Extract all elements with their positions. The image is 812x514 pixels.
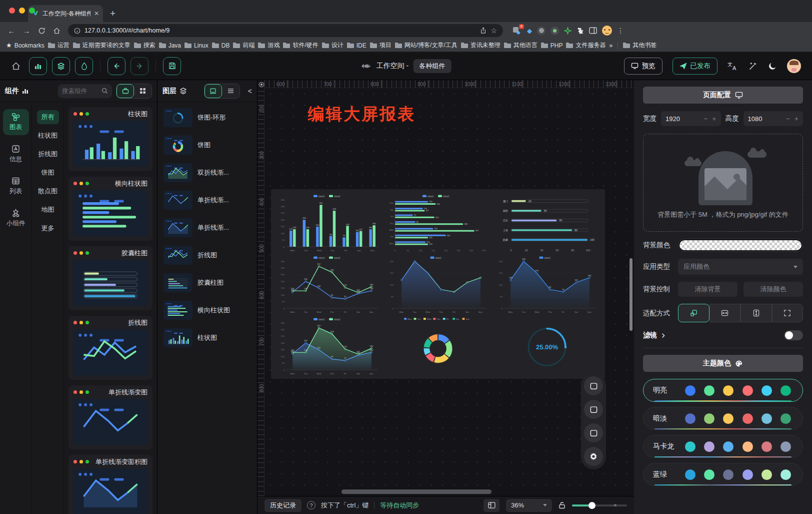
- pin-extension-icon[interactable]: ◆: [527, 27, 532, 35]
- magic-wand-icon[interactable]: [748, 61, 758, 71]
- redo-button[interactable]: [130, 57, 148, 75]
- filter-toggle[interactable]: [784, 330, 803, 340]
- collapse-panel-icon[interactable]: <: [248, 87, 252, 95]
- chart-progress-ring[interactable]: 25.00%: [493, 315, 601, 376]
- bookmark-folder[interactable]: Linux: [184, 42, 208, 49]
- fit-width-option[interactable]: [710, 304, 741, 322]
- minus-icon[interactable]: −: [704, 115, 708, 123]
- chart-donut[interactable]: MonTueWedThuFriSatSun: [384, 315, 492, 376]
- settings-gear-button[interactable]: [584, 447, 603, 466]
- search-input[interactable]: [62, 88, 100, 95]
- layers-panel-toggle-button[interactable]: [52, 57, 70, 75]
- share-icon[interactable]: [480, 27, 486, 34]
- preview-button[interactable]: 预览: [624, 58, 662, 75]
- category-map[interactable]: 地图: [37, 203, 59, 217]
- vertical-scrollbar[interactable]: [630, 258, 632, 331]
- layer-item[interactable]: 折线图: [164, 246, 251, 265]
- theme-row-macaron[interactable]: 马卡龙: [643, 435, 803, 458]
- bg-color-picker[interactable]: [678, 239, 803, 252]
- layer-item[interactable]: 胶囊柱图: [164, 273, 251, 292]
- chart-horizontal-bar[interactable]: data1data2050100150200250300350Sun130160…: [384, 192, 492, 253]
- single-view-toggle[interactable]: [116, 84, 134, 98]
- bookmarks-overflow[interactable]: »: [609, 42, 612, 49]
- bookmark-folder[interactable]: 其他语言: [504, 41, 538, 50]
- category-more[interactable]: 更多: [37, 221, 59, 235]
- export-upload-button[interactable]: [584, 376, 603, 395]
- component-card-hbar[interactable]: 横向柱状图: [68, 177, 152, 241]
- layer-item[interactable]: 横向柱状图: [164, 301, 251, 320]
- zoom-slider[interactable]: [572, 502, 627, 509]
- chart-capsule[interactable]: 厦门20南阳40北京60上海80新疆100020406080100: [493, 192, 601, 253]
- bookmark-folder[interactable]: 设计: [322, 41, 344, 50]
- address-bar[interactable]: 127.0.0.1:3000/#/chart/home/9 ☆: [68, 24, 503, 37]
- language-icon[interactable]: 文A: [728, 61, 738, 71]
- browser-profile-avatar[interactable]: [602, 26, 612, 36]
- extension-globe-icon[interactable]: [537, 27, 546, 35]
- rail-item-widgets[interactable]: 小组件: [3, 205, 29, 231]
- save-button[interactable]: [163, 57, 181, 75]
- zoom-select[interactable]: 36%: [506, 499, 552, 512]
- extension-star-icon[interactable]: [564, 27, 572, 35]
- rail-item-charts[interactable]: 图表: [3, 109, 29, 135]
- minus-icon[interactable]: −: [786, 115, 790, 123]
- layout-panels-button[interactable]: [484, 499, 500, 512]
- site-info-icon[interactable]: [74, 28, 80, 34]
- history-button[interactable]: 历史记录: [264, 499, 302, 512]
- dashboard-preview[interactable]: data1data2050100150200250300350MonTueWed…: [271, 189, 605, 379]
- chart-bar[interactable]: data1data2050100150200250300350MonTueWed…: [275, 192, 383, 253]
- category-line[interactable]: 折线图: [34, 147, 62, 161]
- bookmark-folder[interactable]: Java: [159, 42, 181, 49]
- plus-icon[interactable]: +: [712, 115, 716, 123]
- extension-dot-icon[interactable]: [550, 27, 559, 35]
- bookmark-folder[interactable]: IDE: [347, 42, 366, 49]
- thumbnail-view-toggle[interactable]: [204, 84, 222, 98]
- search-input-wrap[interactable]: [58, 84, 112, 98]
- help-icon[interactable]: ?: [307, 501, 316, 509]
- component-card-bar[interactable]: 柱状图: [68, 107, 152, 171]
- bookmarks-root[interactable]: ★Bookmarks: [6, 42, 44, 49]
- layer-item[interactable]: 单折线渐...: [164, 191, 251, 210]
- category-scatter[interactable]: 散点图: [34, 184, 62, 198]
- bookmark-folder[interactable]: 搜索: [134, 41, 156, 50]
- chart-area-dual[interactable]: data1data2050100150200250300350MonTueWed…: [275, 315, 383, 376]
- theme-row-bright[interactable]: 明亮: [643, 379, 803, 402]
- lock-icon[interactable]: [558, 501, 566, 509]
- theme-row-dim[interactable]: 暗淡: [643, 407, 803, 430]
- bookmark-star-icon[interactable]: ☆: [490, 27, 497, 35]
- bookmark-folder[interactable]: 运营: [48, 41, 70, 50]
- width-stepper[interactable]: 1920 −+: [661, 111, 721, 126]
- grid-view-toggle[interactable]: [134, 84, 152, 98]
- component-card-line[interactable]: 折线图: [68, 316, 152, 380]
- home-button[interactable]: [11, 61, 21, 71]
- charts-panel-toggle-button[interactable]: [29, 57, 47, 75]
- new-tab-button[interactable]: +: [110, 8, 116, 19]
- close-window-button[interactable]: [9, 8, 15, 14]
- back-icon[interactable]: ←: [5, 24, 18, 37]
- layer-item[interactable]: 柱状图: [164, 328, 251, 347]
- browser-tab[interactable]: 工作空间-各种组件 ✕: [28, 5, 103, 22]
- layer-item[interactable]: 饼图: [164, 136, 251, 155]
- maximize-window-button[interactable]: [29, 8, 35, 14]
- bookmark-folder[interactable]: 前端: [233, 41, 254, 50]
- ruler-eye-icon[interactable]: [258, 81, 265, 88]
- app-type-select[interactable]: 应用颜色: [678, 259, 803, 275]
- window-controls[interactable]: [9, 8, 35, 14]
- layer-item[interactable]: 双折线渐...: [164, 163, 251, 182]
- browser-menu-icon[interactable]: ⋮: [617, 27, 624, 35]
- component-card-gradient-area[interactable]: 单折线渐变面积图: [68, 455, 152, 514]
- undo-button[interactable]: [108, 57, 126, 75]
- rail-item-table[interactable]: 列表: [3, 173, 29, 199]
- bookmark-folder[interactable]: 文件服务器: [566, 41, 606, 50]
- fit-fullscreen-option[interactable]: [772, 304, 804, 322]
- edit-pencil-button[interactable]: [584, 423, 603, 442]
- publish-button[interactable]: 已发布: [672, 58, 718, 75]
- tab-close-icon[interactable]: ✕: [94, 10, 99, 17]
- forward-icon[interactable]: →: [20, 24, 33, 37]
- design-canvas[interactable]: 600 700 800 900 1000 1100 1200 1300 200 …: [258, 80, 634, 514]
- slider-knob[interactable]: [588, 502, 596, 509]
- component-card-gradient-line[interactable]: 单折线渐变图: [68, 385, 152, 449]
- bookmark-folder[interactable]: 项目: [370, 41, 392, 50]
- sidebar-toggle-icon[interactable]: [589, 27, 597, 34]
- dark-mode-moon-icon[interactable]: [768, 62, 777, 71]
- home-icon[interactable]: [50, 24, 63, 37]
